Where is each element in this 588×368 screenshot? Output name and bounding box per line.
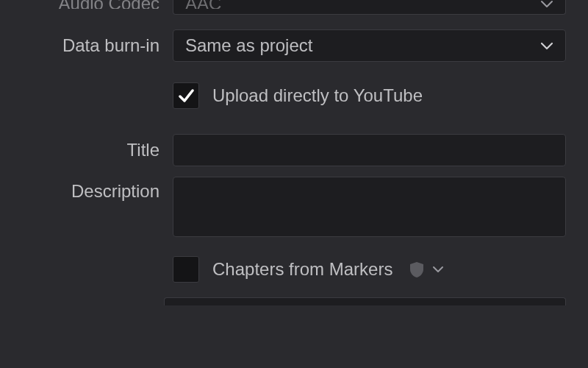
upload-youtube-checkbox[interactable] [173, 82, 199, 109]
title-label: Title [22, 140, 173, 160]
chapters-checkbox[interactable] [173, 256, 199, 283]
data-burn-in-label: Data burn-in [22, 35, 173, 56]
upload-youtube-row: Upload directly to YouTube [22, 82, 566, 109]
description-input[interactable] [173, 177, 566, 237]
chevron-down-icon [540, 0, 553, 10]
audio-codec-label: Audio Codec [22, 0, 173, 9]
audio-codec-select[interactable]: AAC [173, 0, 566, 15]
audio-codec-row: Audio Codec AAC [22, 0, 566, 15]
audio-codec-value: AAC [185, 0, 221, 9]
chapters-row: Chapters from Markers [22, 256, 566, 283]
data-burn-in-select[interactable]: Same as project [173, 29, 566, 62]
description-label: Description [22, 177, 173, 202]
chevron-down-icon [540, 39, 553, 52]
data-burn-in-value: Same as project [185, 35, 312, 56]
chapters-label: Chapters from Markers [212, 259, 392, 280]
title-row: Title [22, 134, 566, 166]
shield-icon [409, 261, 425, 278]
next-field-top-edge [164, 297, 566, 305]
description-row: Description [22, 177, 566, 237]
upload-youtube-label: Upload directly to YouTube [212, 85, 423, 106]
data-burn-in-row: Data burn-in Same as project [22, 29, 566, 62]
chevron-down-icon[interactable] [432, 263, 444, 275]
title-input[interactable] [173, 134, 566, 166]
